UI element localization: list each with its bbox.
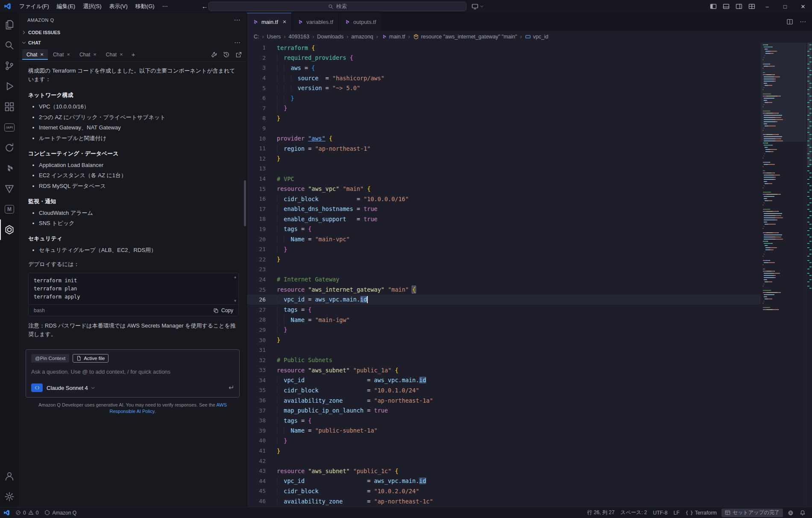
breadcrumb-item[interactable]: Downloads <box>317 34 343 40</box>
line-number[interactable]: 4 <box>247 75 266 81</box>
globe-button[interactable] <box>785 507 797 518</box>
breadcrumb-item[interactable]: Users <box>267 34 281 40</box>
split-editor-icon[interactable] <box>786 18 793 25</box>
editor-tab-variables.tf[interactable]: variables.tf <box>292 13 339 31</box>
scroll-down-icon[interactable]: ▼ <box>234 299 236 303</box>
line-number[interactable]: 30 <box>247 337 266 343</box>
code-line[interactable]: 5 version = "~> 5.0" <box>247 83 761 93</box>
breadcrumb-item[interactable]: C: <box>254 34 259 40</box>
line-number[interactable]: 17 <box>247 206 266 212</box>
breadcrumb-item[interactable]: 4093163 <box>289 34 310 40</box>
menu-item[interactable]: 移動(G) <box>132 1 158 12</box>
line-number[interactable]: 32 <box>247 357 266 363</box>
chevron-down-icon[interactable] <box>91 386 95 390</box>
code-line[interactable]: 43resource "aws_subnet" "public_1c" { <box>247 466 761 476</box>
section-code-issues[interactable]: CODE ISSUES <box>19 27 246 38</box>
send-icon[interactable] <box>227 384 234 391</box>
close-button[interactable]: ✕ <box>794 0 812 13</box>
more-actions-icon[interactable]: ⋯ <box>234 39 240 47</box>
minimize-button[interactable]: – <box>758 0 776 13</box>
code-line[interactable]: 35 cidr_block = "10.0.1.0/24" <box>247 385 761 395</box>
code-line[interactable]: 2 required_providers { <box>247 53 761 63</box>
line-number[interactable]: 22 <box>247 256 266 263</box>
minimap[interactable] <box>761 43 806 507</box>
close-icon[interactable]: × <box>120 51 123 58</box>
line-number[interactable]: 15 <box>247 186 266 192</box>
code-line[interactable]: 32# Public Subnets <box>247 355 761 365</box>
vault-activity-button[interactable] <box>0 179 19 199</box>
code-line[interactable]: 39 Name = "public-subnet-1a" <box>247 426 761 436</box>
problems-button[interactable]: 0 0 <box>12 507 41 518</box>
code-line[interactable]: 28 Name = "main-igw" <box>247 315 761 325</box>
line-number[interactable]: 38 <box>247 417 266 424</box>
chat-scrollbar[interactable] <box>244 180 246 226</box>
breadcrumb-item[interactable]: resource "aws_internet_gateway" "main" <box>413 34 517 40</box>
code-line[interactable]: 46 availability_zone = "ap-northeast-1c" <box>247 496 761 506</box>
line-number[interactable]: 33 <box>247 367 266 373</box>
code-line[interactable]: 29 } <box>247 325 761 335</box>
setup-status[interactable]: セットアップの完了 <box>721 509 783 517</box>
code-line[interactable]: 14# VPC <box>247 174 761 184</box>
line-number[interactable]: 21 <box>247 246 266 252</box>
line-number[interactable]: 16 <box>247 196 266 202</box>
sync-activity-button[interactable] <box>0 138 19 158</box>
editor-scrollbar[interactable] <box>806 43 812 507</box>
toggle-sidebar-button[interactable] <box>707 0 720 13</box>
line-number[interactable]: 23 <box>247 266 266 272</box>
settings-activity-button[interactable] <box>0 486 19 507</box>
line-number[interactable]: 18 <box>247 216 266 222</box>
amazon-q-activity-button[interactable] <box>0 219 19 240</box>
line-number[interactable]: 37 <box>247 407 266 414</box>
eol-sequence[interactable]: LF <box>671 507 683 518</box>
close-icon[interactable]: × <box>283 18 286 25</box>
breadcrumb-item[interactable]: amazonq <box>351 34 373 40</box>
chat-tab[interactable]: Chat× <box>22 49 48 60</box>
history-icon[interactable] <box>223 51 230 58</box>
explorer-activity-button[interactable] <box>0 15 19 35</box>
code-line[interactable]: 3 aws = { <box>247 63 761 73</box>
cursor-position[interactable]: 行 26, 列 27 <box>584 507 618 518</box>
close-icon[interactable]: × <box>93 51 97 58</box>
code-editor[interactable]: 1terraform {2 required_providers {3 aws … <box>247 43 761 507</box>
line-number[interactable]: 43 <box>247 468 266 474</box>
chat-tab[interactable]: Chat× <box>102 49 127 60</box>
active-file-chip[interactable]: Active file <box>73 354 108 363</box>
line-number[interactable]: 26 <box>247 296 266 303</box>
line-number[interactable]: 8 <box>247 115 266 121</box>
line-number[interactable]: 13 <box>247 165 266 172</box>
line-number[interactable]: 31 <box>247 347 266 353</box>
breadcrumb-item[interactable]: main.tf <box>381 34 405 40</box>
code-line[interactable]: 17 enable_dns_hostnames = true <box>247 204 761 214</box>
scroll-up-icon[interactable]: ▲ <box>234 275 236 279</box>
search-activity-button[interactable] <box>0 35 19 56</box>
toggle-panel-button[interactable] <box>720 0 733 13</box>
line-number[interactable]: 28 <box>247 316 266 323</box>
remote-indicator[interactable] <box>0 507 12 518</box>
line-number[interactable]: 6 <box>247 95 266 101</box>
menu-item[interactable]: 編集(E) <box>53 1 79 12</box>
line-number[interactable]: 42 <box>247 458 266 464</box>
code-line[interactable]: 40 } <box>247 436 761 446</box>
customize-layout-button[interactable] <box>745 0 758 13</box>
code-line[interactable]: 24# Internet Gateway <box>247 275 761 285</box>
new-chat-tab-button[interactable]: + <box>128 50 139 59</box>
code-line[interactable]: 9 <box>247 123 761 134</box>
line-number[interactable]: 5 <box>247 85 266 91</box>
line-number[interactable]: 34 <box>247 377 266 383</box>
code-line[interactable]: 34 vpc_id = aws_vpc.main.id <box>247 375 761 386</box>
code-line[interactable]: 1terraform { <box>247 43 761 53</box>
code-line[interactable]: 12} <box>247 154 761 164</box>
code-line[interactable]: 37 map_public_ip_on_launch = true <box>247 405 761 416</box>
run-debug-activity-button[interactable] <box>0 76 19 97</box>
terraform-activity-button[interactable] <box>0 158 19 179</box>
line-number[interactable]: 25 <box>247 287 266 293</box>
code-line[interactable]: 42 <box>247 456 761 466</box>
m-extension-activity-button[interactable]: M <box>0 199 19 219</box>
line-number[interactable]: 9 <box>247 125 266 132</box>
chat-tab[interactable]: Chat× <box>75 49 101 60</box>
code-line[interactable]: 10provider "aws" { <box>247 133 761 143</box>
command-center-search[interactable]: 検索 <box>208 2 466 11</box>
indentation[interactable]: スペース: 2 <box>618 507 650 518</box>
copy-button[interactable]: Copy <box>213 307 233 313</box>
line-number[interactable]: 46 <box>247 498 266 504</box>
